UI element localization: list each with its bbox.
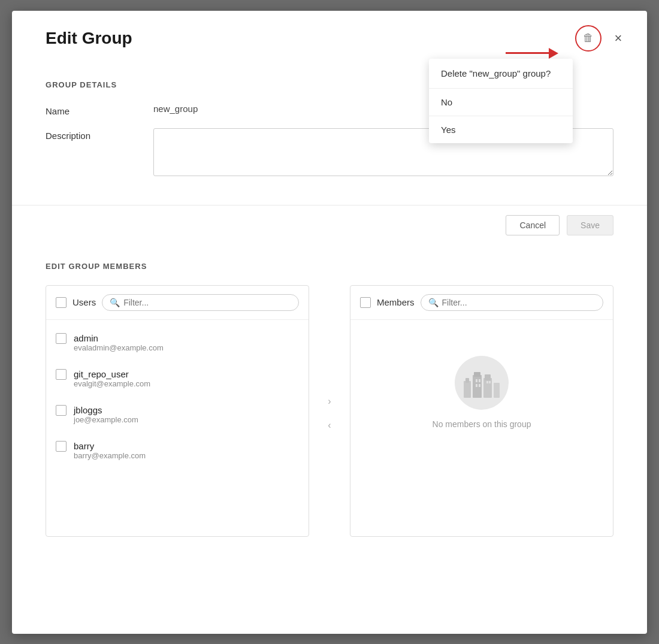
svg-rect-11 [486,381,488,383]
red-arrow-annotation [506,48,558,59]
modal-title: Edit Group [46,29,132,48]
users-filter-input[interactable] [123,298,291,307]
delete-no-option[interactable]: No [429,89,573,116]
user-checkbox-git[interactable] [56,369,66,380]
move-right-button[interactable]: › [321,393,338,410]
arrow-shaft [506,52,549,54]
user-name: barry [74,441,146,451]
members-filter-icon: 🔍 [428,298,439,307]
cancel-button[interactable]: Cancel [506,215,560,235]
svg-rect-4 [483,378,492,398]
delete-button[interactable]: 🗑 [575,25,601,52]
members-section: EDIT GROUP MEMBERS Users 🔍 [12,245,647,554]
header-actions: 🗑 Delete "new_group" group? No Yes × [575,25,628,52]
delete-popup-question: Delete "new_group" group? [429,59,573,89]
users-select-all-checkbox[interactable] [56,297,66,308]
empty-members-state: No members on this group [350,320,613,465]
users-panel: Users 🔍 admin evaladmin@example.com [46,285,309,537]
list-item[interactable]: jbloggs joe@example.com [46,397,309,433]
delete-button-wrapper: 🗑 Delete "new_group" group? No Yes [575,25,601,52]
svg-rect-0 [464,381,471,398]
svg-rect-7 [476,384,477,387]
edit-group-modal: Edit Group 🗑 Delete "new_group" group? N… [12,11,647,634]
svg-rect-5 [485,374,491,380]
members-panel-label: Members [377,297,415,307]
user-checkbox-admin[interactable] [56,333,66,344]
list-item[interactable]: git_repo_user evalgit@example.com [46,361,309,397]
user-email: evaladmin@example.com [74,343,164,352]
user-checkbox-jbloggs[interactable] [56,405,66,416]
user-info: git_repo_user evalgit@example.com [74,369,150,388]
close-icon: × [615,31,622,46]
move-left-button[interactable]: ‹ [321,417,338,434]
user-email: joe@example.com [74,415,138,424]
user-name: git_repo_user [74,369,150,379]
svg-rect-1 [465,378,469,383]
user-email: evalgit@example.com [74,379,150,388]
svg-rect-10 [479,379,480,382]
svg-rect-3 [474,372,480,377]
members-filter-wrap: 🔍 [421,294,603,311]
members-panels: Users 🔍 admin evaladmin@example.com [46,285,613,537]
user-email: barry@example.com [74,451,146,460]
users-list: admin evaladmin@example.com git_repo_use… [46,320,309,473]
user-name: jbloggs [74,405,138,415]
svg-rect-6 [494,383,500,398]
users-filter-wrap: 🔍 [102,294,299,311]
description-label: Description [46,128,153,141]
name-label: Name [46,104,153,116]
users-panel-label: Users [72,297,96,307]
svg-rect-12 [489,381,491,383]
svg-rect-8 [479,384,480,387]
user-info: barry barry@example.com [74,441,146,460]
members-panel: Members 🔍 [350,285,613,537]
city-svg [461,366,503,399]
members-select-all-checkbox[interactable] [360,297,371,308]
close-button[interactable]: × [609,29,628,48]
empty-members-icon [455,356,509,410]
svg-rect-9 [476,379,477,382]
user-info: admin evaladmin@example.com [74,333,164,352]
user-checkbox-barry[interactable] [56,441,66,452]
trash-icon: 🗑 [583,32,594,44]
transfer-arrows: › ‹ [309,393,350,434]
delete-confirm-popup: Delete "new_group" group? No Yes [429,59,573,143]
empty-members-text: No members on this group [433,419,531,429]
user-name: admin [74,333,164,343]
modal-header: Edit Group 🗑 Delete "new_group" group? N… [12,11,647,64]
form-actions: Cancel Save [12,205,647,245]
delete-yes-option[interactable]: Yes [429,116,573,143]
name-value: new_group [153,104,198,114]
users-filter-icon: 🔍 [110,298,120,307]
arrow-head [549,48,558,59]
members-section-title: EDIT GROUP MEMBERS [46,262,613,271]
members-filter-input[interactable] [442,298,595,307]
user-info: jbloggs joe@example.com [74,405,138,424]
members-panel-header: Members 🔍 [350,286,613,320]
list-item[interactable]: admin evaladmin@example.com [46,325,309,361]
list-item[interactable]: barry barry@example.com [46,433,309,468]
users-panel-header: Users 🔍 [46,286,309,320]
save-button[interactable]: Save [567,215,613,235]
